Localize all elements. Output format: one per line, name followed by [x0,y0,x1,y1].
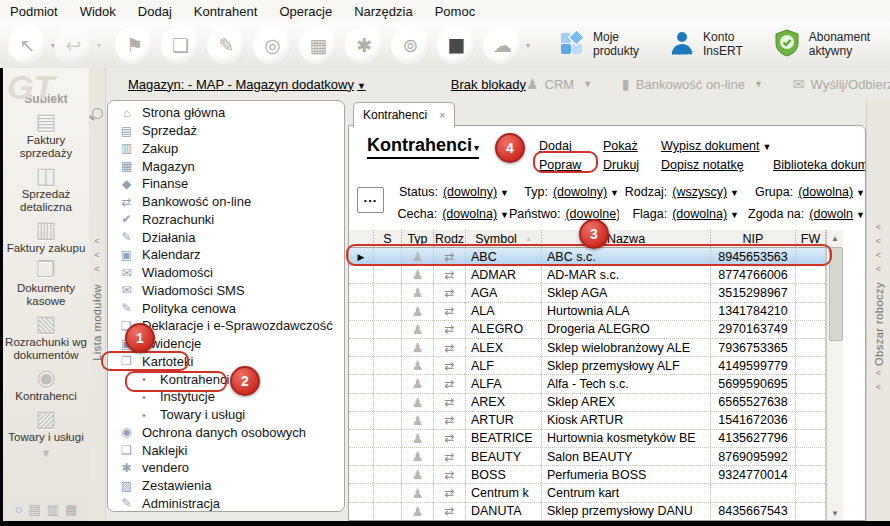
menu-item-narzędzia[interactable]: Narzędzia [354,2,425,21]
footer-package-icon[interactable]: ▦ [65,502,77,517]
biblioteka-dokumentow-link[interactable]: Biblioteka dokument [773,158,866,172]
cloud-button[interactable]: ☁▾ [483,26,522,65]
abonament-button[interactable]: Abonament aktywny [773,29,890,61]
stamp-button[interactable]: ◎ [253,26,292,65]
module-kontrahenci[interactable]: ◉Kontrahenci [3,364,89,405]
table-row[interactable]: ♟⇄ALAHurtownia ALA1341784210 [349,303,843,321]
flag-button[interactable]: ⚑ [115,26,154,65]
menu-item-dodaj[interactable]: Dodaj [138,2,184,21]
table-row[interactable]: ♟⇄ALFAAlfa - Tech s.c.5699590695 [349,375,843,393]
tree-item-wiadomości[interactable]: ✉Wiadomości [108,264,344,282]
table-row[interactable]: ♟⇄DANUTASklep przemysłowy DANU8435667543 [349,503,843,521]
filter-value[interactable]: (wszyscy) [672,185,727,199]
module-faktury-sprzedazy[interactable]: ▤Faktury sprzedaży [3,108,89,162]
bankowosc-button[interactable]: ▮Bankowość on-line▼ [622,76,763,92]
edit-document-button[interactable]: ✎ [207,26,246,65]
moje-produkty-button[interactable]: Moje produkty [559,30,639,60]
crm-button[interactable]: ♟CRM▼ [526,76,592,92]
cell-rodz: ⇄ [434,303,466,320]
action-link-wypisz-dokument[interactable]: Wypisz dokument▼ [661,139,771,153]
tree-item-zestawienia[interactable]: ▨Zestawienia [108,477,344,495]
module-towary-uslugi[interactable]: ▨Towary i usługi [3,405,89,446]
scrollbar-thumb[interactable] [829,247,843,341]
gear-button[interactable]: ✱ [345,26,384,65]
tree-item-towary-i-usługi[interactable]: •Towary i usługi [108,406,344,424]
tree-item-sprzedaż[interactable]: ▤Sprzedaż [108,122,344,140]
tree-item-zakup[interactable]: ▥Zakup [108,140,344,158]
table-row[interactable]: ♟⇄ALFSklep przemysłowy ALF4149599779 [349,357,843,375]
tree-item-strona-główna[interactable]: ⌂Strona główna [108,104,344,122]
close-icon[interactable]: × [439,109,445,121]
brak-blokady-link[interactable]: Brak blokady [451,77,526,92]
menu-item-pomoc[interactable]: Pomoc [435,2,487,21]
tree-item-magazyn[interactable]: ▦Magazyn [108,157,344,175]
action-link-drukuj[interactable]: Drukuj [603,158,647,172]
tree-item-polityka-cenowa[interactable]: ✎Polityka cenowa [108,299,344,317]
footer-coins-icon[interactable]: ▤ [28,502,40,517]
both-directions-icon: ⇄ [444,341,454,355]
cube-button[interactable]: ◼ [437,26,476,65]
collapse-chevron-icon: < [876,248,881,262]
printer-button[interactable]: ▦ [299,26,338,65]
back-arrow-button[interactable]: ↩▾ [54,26,93,65]
tree-item-naklejki[interactable]: ❏Naklejki [108,441,344,459]
table-row[interactable]: ♟⇄ALEGRODrogeria ALEGRO2970163749 [349,321,843,339]
edit-document-icon: ✎ [219,34,235,57]
table-row[interactable]: ♟⇄AREXSklep AREX6565527638 [349,394,843,412]
tab-kontrahenci[interactable]: Kontrahenci × [353,102,455,128]
table-row[interactable]: ♟⇄AGASklep AGA3515298967 [349,284,843,302]
filter-value[interactable]: (dowolny) [443,185,497,199]
module-list-collapse-strip[interactable]: <<<Lista modułów [89,68,106,521]
window-bottom-edge [0,521,890,526]
tree-item-finanse[interactable]: ◆Finanse [108,175,344,193]
abonament-button-label: Abonament aktywny [809,31,890,59]
tree-item-administracja[interactable]: ✎Administracja [108,495,344,513]
tree-item-ochrona-danych-osobowych[interactable]: ◉Ochrona danych osobowych [108,424,344,442]
table-row[interactable]: ♟⇄Centrum kCentrum kart [349,484,843,502]
row-marker-cell [349,303,374,320]
filter-value[interactable]: (dowolny) [553,185,607,199]
menu-item-widok[interactable]: Widok [80,2,128,21]
tree-item-kalendarz[interactable]: ▣Kalendarz [108,246,344,264]
wyslij-odbierz-button[interactable]: ✉Wyślij/Odbierz▼ [793,76,890,92]
filter-value[interactable]: (dowolna) [798,185,853,199]
action-link-dopisz-notatkę[interactable]: Dopisz notatkę [661,158,771,172]
filter-value[interactable]: (dowoln [809,207,853,221]
menu-item-podmiot[interactable]: Podmiot [10,2,70,21]
footer-circle-icon[interactable]: ○ [15,502,23,517]
action-link-pokaż[interactable]: Pokaż [603,139,647,153]
footer-box-icon[interactable]: ▥ [47,502,59,517]
table-row[interactable]: ♟⇄BEATRICEHurtownia kosmetyków BE4135627… [349,430,843,448]
table-row[interactable]: ♟⇄BEAUTYSalon BEAUTY8769095992 [349,448,843,466]
module-dokumenty-kasowe[interactable]: ❒Dokumenty kasowe [3,256,89,310]
globe-button[interactable]: ⊚ [391,26,430,65]
tree-item-bankowość-on-line[interactable]: ⇄Bankowość on-line [108,193,344,211]
filter-row-1: Status:(dowolny)▼Typ:(dowolny)▼Rodzaj:(w… [389,185,866,199]
table-row[interactable]: ♟⇄ADMARAD-MAR s.c.8774766006 [349,266,843,284]
magazyn-selector-link[interactable]: Magazyn: - MAP - Magazyn dodatkowy▼ [128,77,366,92]
konto-insert-button[interactable]: InsERTKonto InsERT [669,30,743,60]
module-faktury-zakupu[interactable]: ▥Faktury zakupu [3,216,89,257]
select-tool-button[interactable]: ↖▾ [8,26,47,65]
filter-value[interactable]: (dowolna) [442,207,497,221]
more-modules-arrow[interactable]: ▼ [41,447,52,459]
table-row[interactable]: ♟⇄BOSSPerfumeria BOSS9324770014 [349,466,843,484]
tree-item-vendero[interactable]: ✱vendero [108,459,344,477]
more-filters-button[interactable]: ... [357,187,384,213]
scroll-up-icon[interactable]: ▲ [827,231,843,246]
table-scrollbar[interactable]: ▲ ▼ [826,230,843,521]
tree-item-rozrachunki[interactable]: ✔Rozrachunki [108,211,344,229]
scroll-down-icon[interactable]: ▼ [827,506,843,521]
tree-item-wiadomości-sms[interactable]: ✉Wiadomości SMS [108,282,344,300]
module-rozrachunki[interactable]: ▧Rozrachunki wg dokumentów [3,310,89,364]
menu-item-kontrahent[interactable]: Kontrahent [194,2,270,21]
workspace-collapse-strip[interactable]: <<<<Obszar roboczy<< [866,100,890,521]
page-title[interactable]: Kontrahenci▾ [367,135,479,159]
table-row[interactable]: ♟⇄ALEXSklep wielobranżowy ALE7936753365 [349,339,843,357]
tree-item-działania[interactable]: ✎Działania [108,228,344,246]
new-document-button[interactable]: ❏ [161,26,200,65]
module-sprzedaz-detaliczna[interactable]: ◫Sprzedaż detaliczna [3,162,89,216]
filter-value[interactable]: (dowolna) [672,207,727,221]
table-row[interactable]: ♟⇄ARTURKiosk ARTUR1541672036 [349,412,843,430]
menu-item-operacje[interactable]: Operacje [279,2,344,21]
